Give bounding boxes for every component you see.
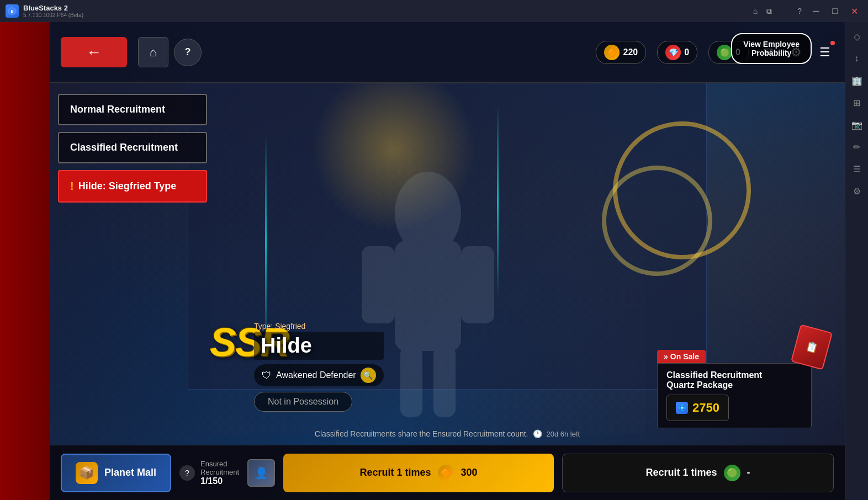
- quartz-icon: 💠: [676, 402, 688, 414]
- right-icon-1[interactable]: ◇: [847, 26, 867, 46]
- recruit-once-dark-button[interactable]: Recruit 1 times 🟢 -: [562, 454, 834, 492]
- title-bar-controls: ⌂ ⧉ ? ─ □ ✕: [751, 4, 862, 18]
- hilde-recruitment-button[interactable]: ! Hilde: Siegfried Type: [58, 170, 207, 203]
- svg-rect-7: [433, 345, 456, 417]
- character-name: Hilde: [254, 332, 384, 360]
- help-button[interactable]: ?: [174, 39, 202, 66]
- right-icon-camera[interactable]: 📷: [847, 115, 867, 135]
- app-title-text: BlueStacks 2 5.7.110.1002 P64 (Beta): [23, 4, 83, 18]
- right-icon-4[interactable]: ⊞: [847, 93, 867, 113]
- minimize-button[interactable]: ─: [808, 5, 823, 17]
- maximize-button[interactable]: □: [828, 5, 842, 17]
- defender-icon: 🛡: [262, 370, 272, 381]
- normal-recruitment-label: Normal Recruitment: [70, 104, 165, 115]
- time-remaining: 20d 6h left: [547, 430, 580, 438]
- red-gem-value: 0: [684, 47, 689, 57]
- left-red-sidebar: [0, 22, 50, 500]
- question-icon: ?: [185, 46, 191, 58]
- character-class-label: Awakened Defender: [276, 370, 356, 380]
- top-navigation: ← ⌂ ? 🔶 220 💎 0 🟢 0 ✉ ⚙ ☰: [50, 22, 845, 83]
- classified-recruitment-button[interactable]: Classified Recruitment: [58, 132, 207, 163]
- character-class: 🛡 Awakened Defender 🔍: [254, 364, 384, 386]
- sale-title: Classified Recruitment Quartz Package: [666, 370, 802, 390]
- clock-icon: 🕐: [533, 429, 542, 438]
- svg-rect-5: [461, 246, 494, 323]
- right-icon-edit[interactable]: ✏: [847, 137, 867, 157]
- sale-package-box: » On Sale 📋 Classified Recruitment Quart…: [657, 350, 812, 428]
- sale-badge: » On Sale 📋: [657, 350, 706, 363]
- possession-status: Not in Possession: [254, 392, 352, 412]
- view-probability-label: View EmployeeProbability: [743, 40, 800, 57]
- red-gem-icon: 💎: [665, 45, 681, 60]
- back-arrow-icon: ←: [86, 44, 102, 61]
- green-cost-icon: 🟢: [724, 465, 740, 481]
- menu-button[interactable]: ☰: [816, 42, 834, 63]
- active-indicator: !: [70, 180, 74, 193]
- currency-red-gem: 💎 0: [657, 41, 697, 64]
- sale-price-value: 2750: [692, 401, 719, 415]
- right-icon-list[interactable]: ☰: [847, 159, 867, 179]
- app-logo: B: [6, 4, 19, 18]
- sale-price-button[interactable]: 💠 2750: [666, 395, 729, 421]
- gold-value: 220: [623, 47, 638, 57]
- recruit-once-gold-cost: 300: [461, 467, 478, 478]
- right-icon-2[interactable]: ↕: [847, 49, 867, 68]
- sale-badge-label: On Sale: [670, 352, 699, 361]
- svg-rect-4: [362, 246, 395, 323]
- bottom-notice: Classified Recruitments share the Ensure…: [50, 427, 845, 440]
- bottom-action-bar: 📦 Planet Mall ? EnsuredRecruitment 1/150…: [50, 445, 845, 500]
- green-gem-icon: 🟢: [717, 45, 732, 60]
- recruit-once-gold-label: Recruit 1 times: [360, 467, 431, 478]
- close-button[interactable]: ✕: [846, 5, 862, 18]
- sale-arrow-icon: »: [664, 352, 668, 361]
- gold-cost-icon: 🔶: [438, 465, 454, 481]
- classified-recruitment-label: Classified Recruitment: [70, 142, 178, 153]
- planet-mall-icon: 📦: [76, 462, 98, 484]
- svg-rect-3: [395, 241, 461, 351]
- view-probability-button[interactable]: View EmployeeProbability: [731, 33, 812, 64]
- home-icon[interactable]: ⌂: [751, 4, 760, 18]
- ensured-info: EnsuredRecruitment 1/150: [200, 460, 239, 486]
- right-icon-3[interactable]: 🏢: [847, 71, 867, 91]
- right-icon-settings[interactable]: ⚙: [847, 181, 867, 201]
- copy-icon[interactable]: ⧉: [764, 4, 774, 18]
- character-type-label: Type: Siegfried: [254, 322, 384, 331]
- title-bar: B BlueStacks 2 5.7.110.1002 P64 (Beta) ⌂…: [0, 0, 868, 22]
- home-icon: ⌂: [150, 45, 157, 60]
- svg-rect-6: [400, 345, 422, 417]
- character-thumbnail: 👤: [247, 459, 275, 487]
- ensured-recruitment-section: ? EnsuredRecruitment 1/150: [179, 460, 239, 486]
- search-character-button[interactable]: 🔍: [361, 368, 376, 383]
- currency-gold: 🔶 220: [596, 41, 646, 64]
- gold-icon: 🔶: [604, 45, 620, 60]
- question-circle-icon[interactable]: ?: [795, 4, 804, 18]
- game-area: ← ⌂ ? 🔶 220 💎 0 🟢 0 ✉ ⚙ ☰ V: [0, 22, 845, 500]
- ensured-value: 1/150: [200, 476, 239, 486]
- home-button[interactable]: ⌂: [138, 37, 168, 67]
- recruit-once-gold-button[interactable]: Recruit 1 times 🔶 300: [283, 454, 554, 492]
- notice-text: Classified Recruitments share the Ensure…: [315, 429, 528, 438]
- normal-recruitment-button[interactable]: Normal Recruitment: [58, 94, 207, 125]
- back-button[interactable]: ←: [61, 37, 127, 67]
- svg-text:B: B: [10, 9, 13, 13]
- character-info-panel: Type: Siegfried Hilde 🛡 Awakened Defende…: [254, 322, 384, 412]
- recruit-once-dark-cost: -: [747, 467, 750, 478]
- recruitment-menu: Normal Recruitment Classified Recruitmen…: [50, 83, 215, 214]
- hilde-recruitment-label: Hilde: Siegfried Type: [78, 180, 177, 192]
- right-panel: ◇ ↕ 🏢 ⊞ 📷 ✏ ☰ ⚙: [845, 22, 868, 500]
- planet-mall-label: Planet Mall: [104, 467, 156, 478]
- planet-mall-button[interactable]: 📦 Planet Mall: [61, 454, 171, 492]
- package-card-graphic: 📋: [784, 333, 828, 377]
- ensured-help-button[interactable]: ?: [179, 465, 195, 481]
- recruit-once-dark-label: Recruit 1 times: [646, 467, 717, 478]
- ensured-label: EnsuredRecruitment: [200, 460, 239, 476]
